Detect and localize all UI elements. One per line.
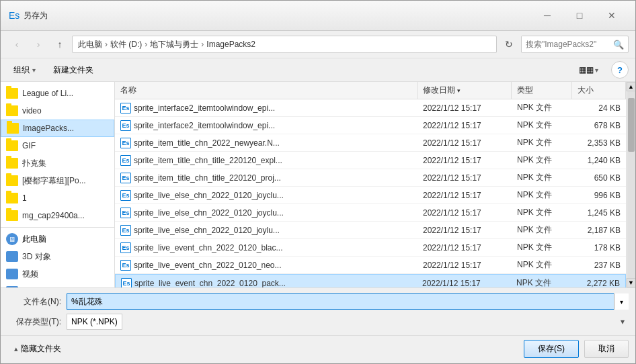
minimize-button[interactable]: ─ <box>532 6 563 25</box>
column-header-type[interactable]: 类型 <box>512 82 572 99</box>
file-name: sprite_live_else_chn_2022_0120_joyclu... <box>134 191 284 200</box>
sidebar-item-poker[interactable]: 扑克集 <box>1 154 114 172</box>
file-type: NPK 文件 <box>512 223 572 237</box>
column-header-size[interactable]: 大小 <box>572 82 626 99</box>
file-icon: Es <box>120 138 131 148</box>
breadcrumb-folder: ImagePacks2 <box>206 40 255 49</box>
breadcrumb-game: 地下城与勇士 <box>150 39 198 50</box>
sidebar-item-label: 1 <box>22 193 27 203</box>
up-button[interactable]: ↑ <box>50 35 69 54</box>
sidebar: League of Li... video ImagePacks... GIF … <box>1 82 115 287</box>
table-row[interactable]: Es sprite_live_else_chn_2022_0120_joyclu… <box>115 187 626 204</box>
column-header-date[interactable]: 修改日期 ▾ <box>418 82 512 99</box>
file-size: 1,240 KB <box>572 154 626 167</box>
maximize-button[interactable]: □ <box>564 6 595 25</box>
scroll-down-button[interactable]: ▼ <box>627 278 636 287</box>
sidebar-item-pics[interactable]: 图片 <box>1 283 114 287</box>
help-button[interactable]: ? <box>611 61 629 79</box>
folder-icon <box>6 105 18 116</box>
save-button[interactable]: 保存(S) <box>524 340 579 358</box>
file-type: NPK 文件 <box>512 136 572 150</box>
file-icon: Es <box>120 155 131 166</box>
table-row[interactable]: Es sprite_item_title_chn_title_220120_ex… <box>115 152 626 169</box>
table-row[interactable]: Es sprite_item_title_chn_2022_newyear.N.… <box>115 134 626 152</box>
folder-icon <box>6 175 18 186</box>
file-size: 650 KB <box>572 172 626 184</box>
table-row[interactable]: Es sprite_item_title_chn_title_220120_pr… <box>115 169 626 187</box>
table-row[interactable]: Es sprite_live_event_chn_2022_0120_neo..… <box>115 257 626 274</box>
table-row[interactable]: Es sprite_live_event_chn_2022_0120_pack.… <box>115 274 626 287</box>
table-row[interactable]: Es sprite_live_else_chn_2022_0120_joylu.… <box>115 222 626 239</box>
file-date: 2022/1/12 15:17 <box>418 172 512 184</box>
sidebar-item-one[interactable]: 1 <box>1 189 114 207</box>
filename-dropdown-arrow-icon[interactable]: ▾ <box>614 293 629 310</box>
sidebar-item-league[interactable]: League of Li... <box>1 85 114 102</box>
view-button[interactable]: ▦▦ ▾ <box>574 62 603 77</box>
folder-icon <box>6 158 18 169</box>
file-icon: Es <box>120 103 131 113</box>
file-type: NPK 文件 <box>512 153 572 167</box>
filetype-select[interactable]: NPK (*.NPK) <box>67 314 122 330</box>
close-button[interactable]: ✕ <box>596 6 627 25</box>
sidebar-item-video[interactable]: video <box>1 102 114 120</box>
sidebar-item-mgcap[interactable]: mg_cap29400a... <box>1 207 114 224</box>
sidebar-item-video2[interactable]: 视频 <box>1 265 114 283</box>
search-input[interactable] <box>522 36 609 52</box>
file-type: NPK 文件 <box>512 101 572 115</box>
file-size: 678 KB <box>572 120 626 132</box>
organize-button[interactable]: 组织 ▾ <box>7 62 42 79</box>
back-button[interactable]: ‹ <box>7 35 26 54</box>
sidebar-item-label: [樱都字幕组][Po... <box>22 175 86 187</box>
breadcrumb-computer: 此电脑 <box>78 39 102 50</box>
scroll-up-button[interactable]: ▲ <box>627 82 636 91</box>
sidebar-item-3d[interactable]: 3D 对象 <box>1 248 114 265</box>
sidebar-item-label: 扑克集 <box>22 158 46 169</box>
scrollbar: ▲ ▼ <box>626 82 635 287</box>
sidebar-item-label: GIF <box>22 141 36 150</box>
bottom-bar: 文件名(N): ▾ 保存类型(T): NPK (*.NPK) <box>1 287 635 335</box>
action-bar: 组织 ▾ 新建文件夹 ▦▦ ▾ ? <box>1 58 635 82</box>
file-size: 2,272 KB <box>571 277 625 288</box>
cancel-button[interactable]: 取消 <box>584 340 629 358</box>
hidden-files-toggle[interactable]: ▴ 隐藏文件夹 <box>7 340 68 357</box>
file-icon: Es <box>120 120 131 131</box>
table-row[interactable]: Es sprite_interface2_itemtoolwindow_epi.… <box>115 117 626 134</box>
sidebar-item-gif[interactable]: GIF <box>1 137 114 154</box>
file-rows-container: Es sprite_interface2_itemtoolwindow_epi.… <box>115 99 626 287</box>
app-icon: Es <box>9 10 19 21</box>
file-date: 2022/1/12 15:17 <box>418 137 512 149</box>
scrollbar-thumb[interactable] <box>628 98 635 152</box>
file-date: 2022/1/12 15:17 <box>418 154 512 167</box>
file-list-header: 名称 修改日期 ▾ 类型 大小 <box>115 82 626 99</box>
breadcrumb[interactable]: 此电脑 › 软件 (D:) › 地下城与勇士 › ImagePacks2 <box>72 36 497 53</box>
file-type: NPK 文件 <box>512 258 572 272</box>
organize-label: 组织 <box>13 64 30 76</box>
folder-icon <box>7 123 19 134</box>
search-button[interactable]: 🔍 <box>609 36 628 53</box>
file-name: sprite_live_event_chn_2022_0120_neo... <box>134 261 282 270</box>
sidebar-item-imagepacks[interactable]: ImagePacks... <box>1 120 114 137</box>
sidebar-item-sakura[interactable]: [樱都字幕组][Po... <box>1 172 114 189</box>
column-header-name[interactable]: 名称 <box>115 82 418 99</box>
file-date: 2022/1/12 15:17 <box>418 120 512 132</box>
file-size: 237 KB <box>572 259 626 271</box>
new-folder-button[interactable]: 新建文件夹 <box>47 62 100 79</box>
save-dialog: Es 另存为 ─ □ ✕ ‹ › ↑ 此电脑 › 软件 (D:) › 地下城与勇… <box>0 0 636 364</box>
file-icon: Es <box>120 173 131 183</box>
table-row[interactable]: Es sprite_interface2_itemtoolwindow_epi.… <box>115 99 626 117</box>
refresh-button[interactable]: ↻ <box>500 35 518 54</box>
file-type: NPK 文件 <box>512 240 572 255</box>
filename-input[interactable] <box>67 293 629 310</box>
forward-button[interactable]: › <box>29 35 48 54</box>
organize-arrow-icon: ▾ <box>32 66 36 74</box>
table-row[interactable]: Es sprite_live_event_chn_2022_0120_blac.… <box>115 239 626 257</box>
title-bar: Es 另存为 ─ □ ✕ <box>1 1 635 31</box>
file-date: 2022/1/12 15:17 <box>418 189 512 201</box>
main-content: League of Li... video ImagePacks... GIF … <box>1 82 635 287</box>
file-icon: Es <box>120 225 131 236</box>
table-row[interactable]: Es sprite_live_else_chn_2022_0120_joyclu… <box>115 204 626 222</box>
pc-icon: 🖥 <box>6 233 18 245</box>
file-name: sprite_live_event_chn_2022_0120_blac... <box>134 243 283 253</box>
file-date: 2022/1/12 15:17 <box>418 242 512 254</box>
file-date: 2022/1/12 15:17 <box>418 224 512 236</box>
